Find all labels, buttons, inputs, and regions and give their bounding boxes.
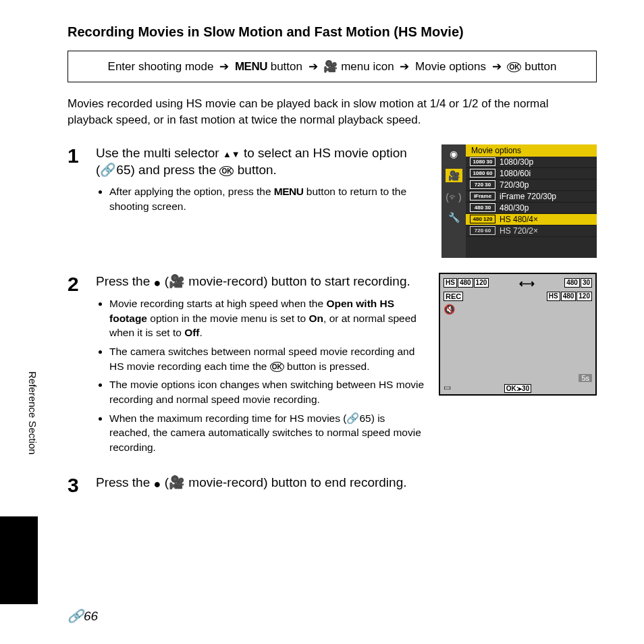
bullet: The movie options icon changes when swit… bbox=[109, 377, 428, 406]
arrow-icon: ➔ bbox=[219, 60, 229, 73]
step-heading: Press the ● (🎥 movie-record) button to e… bbox=[96, 474, 597, 492]
ok-button-icon: OK bbox=[507, 62, 521, 72]
text: iFrame 720/30p bbox=[500, 192, 556, 201]
fps-label: 120 bbox=[474, 278, 489, 288]
arrow-icon: ➔ bbox=[400, 60, 409, 73]
step-number: 2 bbox=[68, 274, 85, 459]
nav-step: button bbox=[525, 60, 556, 73]
list-item: 1080 301080/30p bbox=[466, 157, 597, 168]
option-value: On bbox=[309, 313, 324, 324]
ref-icon: 🔗 bbox=[68, 609, 84, 623]
text: 1080/60i bbox=[500, 169, 531, 178]
nav-step: Movie options bbox=[415, 60, 486, 73]
text: 480/30p bbox=[500, 203, 529, 213]
page-title: Recording Movies in Slow Motion and Fast… bbox=[68, 24, 597, 40]
fps-label: 120 bbox=[576, 292, 592, 301]
text: 65) and press the bbox=[116, 163, 219, 177]
step-number: 1 bbox=[68, 146, 85, 258]
rec-time: 5s bbox=[579, 374, 592, 382]
text: movie-record) button to start recording. bbox=[185, 274, 410, 288]
step-number: 3 bbox=[68, 475, 85, 498]
text: 66 bbox=[84, 609, 98, 623]
res-label: 480 bbox=[561, 292, 576, 301]
page-number: 🔗66 bbox=[68, 608, 98, 624]
hs-label: HS bbox=[547, 292, 560, 301]
movie-mode-icon: 🎥 bbox=[446, 169, 462, 182]
nav-step: button bbox=[271, 60, 302, 73]
record-button-icon: ● bbox=[154, 276, 161, 290]
hs-mode-badge-left: HS480120 bbox=[444, 278, 489, 288]
text: Press the bbox=[96, 475, 154, 489]
arrow-icon: ➔ bbox=[308, 60, 318, 73]
ok-button-icon: OK bbox=[270, 362, 284, 372]
intro-text: Movies recorded using HS movie can be pl… bbox=[68, 96, 597, 128]
lcd-menu: Movie options 1080 301080/30p 1080 60108… bbox=[466, 144, 597, 258]
ref-icon: 🔗 bbox=[100, 163, 116, 177]
up-icon: ▲ bbox=[223, 149, 232, 159]
rec-top-bar: HS480120 ⟷ 48030 bbox=[444, 277, 592, 290]
record-button-icon: ● bbox=[154, 477, 161, 491]
page-tab bbox=[0, 516, 38, 604]
text: button. bbox=[234, 163, 276, 177]
manual-page: Recording Movies in Slow Motion and Fast… bbox=[0, 0, 644, 644]
current-mode-badge: HS480120 bbox=[547, 292, 592, 301]
step-body: Use the multi selector ▲▼ to select an H… bbox=[96, 144, 431, 258]
res-chip: 480 30 bbox=[470, 203, 495, 212]
rec-indicator: REC bbox=[444, 292, 463, 301]
text: HS 480/4× bbox=[500, 215, 538, 224]
ref-icon: 🔗 bbox=[346, 412, 359, 424]
text: HS 720/2× bbox=[500, 226, 538, 236]
step-body: Press the ● (🎥 movie-record) button to e… bbox=[96, 474, 597, 498]
text: option in the movie menu is set to bbox=[147, 313, 309, 324]
menu-button-label: MENU bbox=[235, 60, 267, 73]
res-chip: 720 30 bbox=[470, 180, 495, 189]
text: button is pressed. bbox=[284, 360, 370, 372]
camera-icon: ◉ bbox=[450, 149, 458, 159]
text: 720/30p bbox=[500, 180, 529, 190]
lcd-menu-title: Movie options bbox=[466, 144, 597, 157]
ok-button-icon: OK bbox=[219, 166, 234, 176]
movie-icon: 🎥 bbox=[169, 274, 185, 288]
res-chip: iFrame bbox=[470, 192, 495, 200]
bullet: The camera switches between normal speed… bbox=[109, 344, 428, 373]
hs-label: HS bbox=[444, 278, 457, 288]
step-heading: Press the ● (🎥 movie-record) button to s… bbox=[96, 273, 428, 291]
step-body: Press the ● (🎥 movie-record) button to s… bbox=[96, 273, 428, 459]
res-label: 480 bbox=[564, 278, 580, 288]
nav-step: menu icon bbox=[341, 60, 394, 73]
mode-badge-right: 48030 bbox=[564, 278, 592, 288]
wifi-icon: (ᯤ) bbox=[446, 192, 461, 203]
breadcrumb-box: Enter shooting mode ➔ MENU button ➔ 🎥 me… bbox=[68, 51, 597, 82]
down-icon: ▼ bbox=[232, 149, 240, 159]
option-value: Off bbox=[184, 327, 199, 338]
nav-step: Enter shooting mode bbox=[108, 60, 214, 73]
list-item: 720 60HS 720/2× bbox=[466, 225, 597, 237]
text: After applying the option, press the bbox=[109, 186, 274, 197]
text: movie-record) button to end recording. bbox=[185, 475, 406, 489]
list-item: 480 30480/30p bbox=[466, 203, 597, 214]
swap-arrow-icon: ⟷ bbox=[519, 277, 535, 290]
list-item: iFrameiFrame 720/30p bbox=[466, 191, 597, 203]
wrench-icon: 🔧 bbox=[448, 212, 460, 223]
mute-icon: 🔇 bbox=[444, 304, 455, 315]
lcd-movie-options: ◉ 🎥 (ᯤ) 🔧 Movie options 1080 301080/30p … bbox=[441, 144, 597, 258]
movie-icon: 🎥 bbox=[323, 60, 338, 73]
text: 1080/30p bbox=[500, 157, 533, 167]
step-3: 3 Press the ● (🎥 movie-record) button to… bbox=[68, 474, 597, 498]
rec-bottom-hint: OK:▸30 bbox=[440, 385, 595, 392]
res-chip: 1080 60 bbox=[470, 169, 495, 178]
bullet: After applying the option, press the MEN… bbox=[109, 184, 431, 213]
step-2: 2 Press the ● (🎥 movie-record) button to… bbox=[68, 273, 597, 459]
res-chip: 480 120 bbox=[470, 215, 495, 223]
res-chip: 1080 30 bbox=[470, 157, 495, 166]
res-chip: 720 60 bbox=[470, 226, 495, 235]
section-side-label: Reference Section bbox=[27, 371, 38, 454]
menu-button-label: MENU bbox=[274, 186, 304, 197]
list-item: 1080 601080/60i bbox=[466, 168, 597, 180]
step-1: 1 Use the multi selector ▲▼ to select an… bbox=[68, 144, 597, 258]
res-label: 480 bbox=[458, 278, 473, 288]
lcd-sidebar: ◉ 🎥 (ᯤ) 🔧 bbox=[441, 144, 466, 258]
ok-hint: OK:▸30 bbox=[504, 384, 531, 393]
fps-label: 30 bbox=[581, 278, 592, 288]
lcd-recording-screen: HS480120 ⟷ 48030 HS480120 REC 🔇 5s ▭ OK:… bbox=[439, 273, 597, 396]
